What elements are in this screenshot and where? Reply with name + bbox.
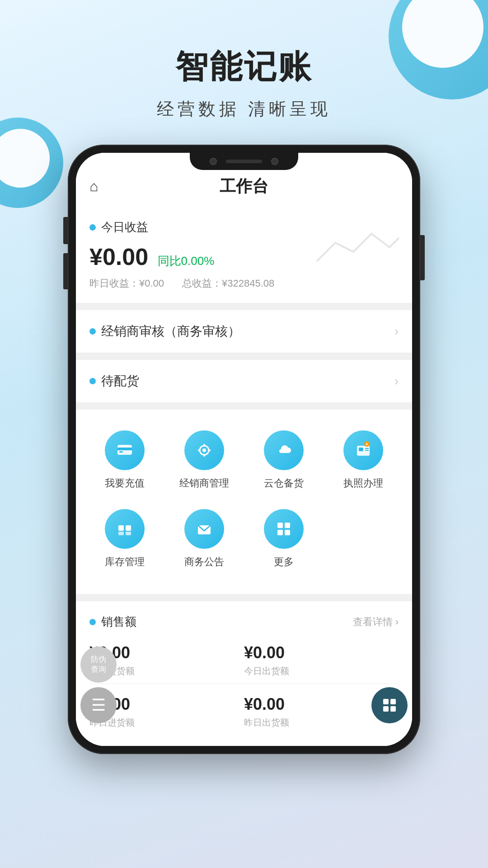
today-out-label: 今日出货额: [244, 665, 399, 677]
icon-dealer-mgmt[interactable]: 经销商管理: [164, 423, 244, 497]
inventory-icon-circle: [105, 509, 145, 549]
fab-list-button[interactable]: ☰: [80, 687, 117, 723]
dot-earnings: [89, 224, 96, 231]
dealer-review-label: 经销商审核（商务审核）: [89, 323, 240, 340]
pending-delivery-chevron: ›: [394, 374, 399, 388]
icon-more[interactable]: 更多: [244, 502, 324, 576]
svg-rect-2: [119, 451, 123, 453]
svg-rect-17: [118, 532, 124, 535]
dot-sales: [89, 619, 96, 625]
icon-license[interactable]: + 执照办理: [324, 423, 403, 497]
business-notice-icon-circle: [184, 509, 224, 549]
svg-rect-23: [285, 530, 290, 535]
recharge-icon-circle: [105, 430, 145, 470]
icon-grid-row2: 库存管理 商务公告: [85, 502, 403, 576]
dealer-mgmt-label: 经销商管理: [179, 476, 229, 490]
earnings-sub-info: 昨日收益：¥0.00 总收益：¥322845.08: [89, 277, 399, 290]
dealer-mgmt-icon-circle: [184, 430, 224, 470]
svg-rect-27: [390, 706, 396, 712]
phone-mockup: ⌂ 工作台 今日收益 ¥0.: [68, 145, 420, 754]
header-title: 智能记账: [0, 45, 488, 89]
svg-rect-26: [383, 706, 389, 712]
earnings-card: 今日收益 ¥0.00 同比0.00%: [76, 207, 412, 303]
phone-vol-down-button: [63, 253, 68, 289]
icon-business-notice[interactable]: 商务公告: [164, 502, 244, 576]
license-label: 执照办理: [343, 476, 383, 490]
svg-rect-21: [285, 523, 290, 528]
phone-power-button: [420, 235, 425, 280]
yesterday-in-label: 昨日进货额: [89, 717, 244, 729]
bg-circle-left: [0, 118, 63, 208]
sales-header: 销售额 查看详情 ›: [89, 614, 399, 630]
today-out-amount: ¥0.00: [244, 643, 399, 662]
dealer-review-card[interactable]: 经销商审核（商务审核） ›: [76, 310, 412, 353]
sales-divider: [89, 684, 399, 684]
pending-delivery-card[interactable]: 待配货 ›: [76, 360, 412, 402]
inventory-label: 库存管理: [105, 555, 145, 569]
dot-pending: [89, 378, 96, 384]
yesterday-out-label: 昨日出货额: [244, 717, 399, 729]
svg-rect-1: [117, 448, 132, 450]
notch-camera-2: [271, 158, 278, 165]
svg-rect-18: [126, 532, 131, 535]
recharge-label: 我要充值: [105, 476, 145, 490]
more-label: 更多: [274, 555, 294, 569]
dot-dealer: [89, 328, 96, 335]
today-out-item: ¥0.00 今日出货额: [244, 639, 399, 682]
cloud-stock-icon-circle: [264, 430, 304, 470]
svg-rect-24: [383, 699, 389, 704]
svg-rect-25: [390, 699, 396, 704]
svg-rect-16: [126, 525, 131, 531]
sales-grid-row2: ¥0.00 昨日进货额 ¥0.00 昨日出货额: [89, 686, 399, 733]
cloud-stock-label: 云仓备货: [264, 476, 304, 490]
sales-grid-row1: ¥0.00 今日进货额 ¥0.00 今日出货额: [89, 639, 399, 682]
dealer-review-chevron: ›: [394, 324, 399, 339]
fab-anti-fake-button[interactable]: 防伪查询: [80, 646, 117, 683]
header-subtitle: 经营数据 清晰呈现: [0, 98, 488, 121]
license-icon-circle: +: [343, 430, 383, 470]
svg-rect-15: [118, 525, 124, 531]
home-icon[interactable]: ⌂: [89, 178, 98, 195]
icon-grid-card: 我要充值: [76, 410, 412, 594]
phone-notch: [190, 153, 298, 170]
phone-screen: ⌂ 工作台 今日收益 ¥0.: [76, 153, 412, 746]
pending-delivery-label: 待配货: [89, 373, 139, 390]
phone-vol-up-button: [63, 217, 68, 244]
icon-grid-row1: 我要充值: [85, 423, 403, 497]
sales-card: 销售额 查看详情 › ¥0.00 今日进货额 ¥0.00: [76, 601, 412, 746]
total-earnings: 总收益：¥322845.08: [182, 277, 274, 290]
phone-outer: ⌂ 工作台 今日收益 ¥0.: [68, 145, 420, 754]
yesterday-earnings: 昨日收益：¥0.00: [89, 277, 164, 290]
header-section: 智能记账 经营数据 清晰呈现: [0, 45, 488, 121]
app-scroll-content: 今日收益 ¥0.00 同比0.00%: [76, 207, 412, 746]
icon-recharge[interactable]: 我要充值: [85, 423, 164, 497]
svg-rect-22: [277, 530, 283, 535]
fab-grid-button[interactable]: [371, 687, 408, 723]
icon-cloud-stock[interactable]: 云仓备货: [244, 423, 324, 497]
notch-speaker: [226, 160, 262, 163]
earnings-compare: 同比0.00%: [158, 254, 215, 268]
svg-rect-20: [277, 523, 283, 528]
sales-section-label: 销售额: [89, 614, 136, 630]
more-icon-circle: [264, 509, 304, 549]
icon-inventory[interactable]: 库存管理: [85, 502, 164, 576]
svg-point-4: [202, 448, 206, 452]
svg-text:+: +: [366, 442, 368, 447]
notch-camera: [210, 158, 217, 165]
svg-rect-10: [359, 448, 363, 451]
nav-title: 工作台: [220, 175, 268, 198]
business-notice-label: 商务公告: [184, 555, 224, 569]
sparkline-chart: [313, 225, 403, 272]
sales-detail-link[interactable]: 查看详情 ›: [353, 615, 399, 629]
earnings-amount: ¥0.00: [89, 243, 148, 270]
